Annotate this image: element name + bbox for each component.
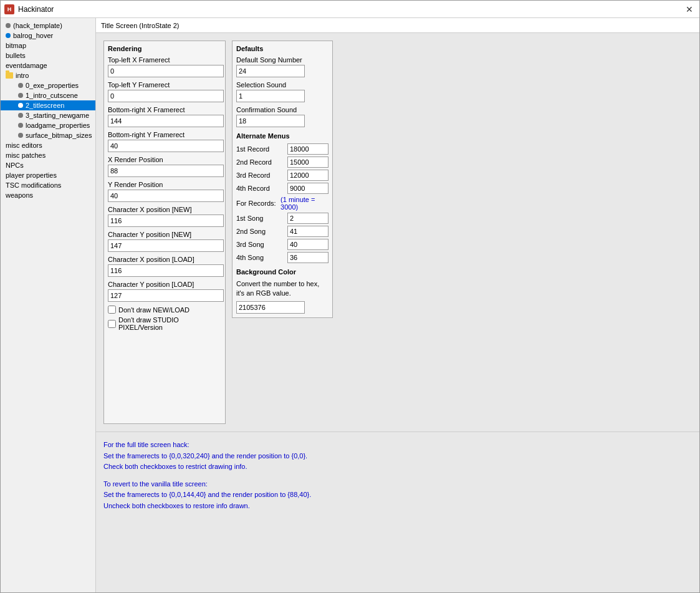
rendering-checkbox-label-0: Don't draw NEW/LOAD (118, 306, 189, 314)
lower-p1-l3: Check both checkboxes to restrict drawin… (103, 463, 247, 470)
content-header-title: Title Screen (IntroState 2) (101, 22, 180, 29)
defaults-label-0: Default Song Number (236, 56, 328, 64)
lower-p2-l2: Set the framerects to {0,0,144,40} and t… (103, 491, 311, 498)
rendering-field-input-8[interactable] (108, 264, 224, 277)
bg-color-title: Background Color (236, 268, 328, 276)
sidebar-item-balrog_hover[interactable]: balrog_hover (1, 31, 95, 41)
alt-menus-panel: Alternate Menus 1st Record2nd Record3rd … (236, 132, 328, 263)
alt-row-0: 1st Record (236, 143, 328, 155)
sidebar-item-bullets[interactable]: bullets (1, 51, 95, 60)
sidebar-item-intro[interactable]: intro (1, 70, 95, 80)
rendering-field-input-1[interactable] (108, 90, 224, 102)
alt-input-5[interactable] (287, 213, 328, 224)
dot-icon-2_titlescreen (18, 103, 23, 108)
content-header: Title Screen (IntroState 2) (96, 18, 699, 33)
alt-input-0[interactable] (287, 143, 328, 155)
alt-input-7[interactable] (287, 239, 328, 250)
alt-input-3[interactable] (287, 183, 328, 194)
sidebar-label-0_exe_properties: 0_exe_properties (26, 82, 79, 89)
alt-row-7: 3rd Song (236, 239, 328, 250)
alt-row-3: 4th Record (236, 183, 328, 194)
sidebar-label-weapons: weapons (6, 191, 33, 199)
bg-color-panel: Background Color Convert the number to h… (236, 268, 328, 314)
sidebar-item-npcs[interactable]: NPCs (1, 160, 95, 170)
sidebar-item-0_exe_properties[interactable]: 0_exe_properties (1, 80, 95, 90)
dot-icon-1_intro_cutscene (18, 93, 23, 98)
defaults-label-1: Selection Sound (236, 81, 328, 89)
alt-label-7: 3rd Song (236, 241, 286, 248)
alt-input-8[interactable] (287, 252, 328, 263)
content-area: Title Screen (IntroState 2) Rendering To… (96, 18, 699, 592)
rendering-field-label-8: Character X position [LOAD] (108, 256, 221, 263)
rendering-field-label-7: Character Y position [NEW] (108, 231, 221, 238)
defaults-fields: Default Song NumberSelection SoundConfir… (236, 56, 328, 127)
sidebar-item-eventdamage[interactable]: eventdamage (1, 60, 95, 70)
sidebar-item-1_intro_cutscene[interactable]: 1_intro_cutscene (1, 90, 95, 100)
rendering-checkbox-0[interactable] (108, 306, 116, 314)
alt-label-8: 4th Song (236, 254, 286, 261)
sidebar-item-3_starting_newgame[interactable]: 3_starting_newgame (1, 110, 95, 120)
sidebar-item-misc_patches[interactable]: misc patches (1, 150, 95, 160)
sidebar-item-bitmap[interactable]: bitmap (1, 41, 95, 51)
sidebar-item-tsc_modifications[interactable]: TSC modifications (1, 180, 95, 190)
sidebar-item-surface_bitmap_sizes[interactable]: surface_bitmap_sizes (1, 130, 95, 140)
sidebar-item-hack_template[interactable]: (hack_template) (1, 21, 95, 31)
rendering-field-input-7[interactable] (108, 239, 224, 252)
sidebar-item-weapons[interactable]: weapons (1, 190, 95, 200)
rendering-checkbox-1[interactable] (108, 320, 116, 328)
sidebar-label-tsc_modifications: TSC modifications (6, 181, 61, 189)
defaults-label-2: Confirmation Sound (236, 106, 328, 113)
rendering-field-label-0: Top-left X Framerect (108, 56, 221, 64)
rendering-checkboxes: Don't draw NEW/LOADDon't draw STUDIO PIX… (108, 306, 221, 331)
bg-color-note: Convert the number to hex, it's an RGB v… (236, 279, 328, 299)
main-container: (hack_template)balrog_hoverbitmapbullets… (1, 18, 699, 592)
sidebar-item-2_titlescreen[interactable]: 2_titlescreen (1, 100, 95, 110)
sidebar-label-bullets: bullets (6, 52, 26, 59)
lower-paragraph2: To revert to the vanilla title screen: S… (103, 479, 692, 512)
dot-icon-balrog_hover (6, 33, 11, 38)
defaults-input-2[interactable] (236, 115, 305, 127)
content-lower: For the full title screen hack: Set the … (96, 432, 699, 592)
dot-icon-hack_template (6, 23, 11, 28)
rendering-field-input-2[interactable] (108, 115, 224, 127)
sidebar-item-player_properties[interactable]: player properties (1, 170, 95, 180)
alt-label-4: For Records: (236, 200, 280, 207)
sidebar-label-1_intro_cutscene: 1_intro_cutscene (26, 92, 78, 99)
content-upper: Rendering Top-left X FramerectTop-left Y… (96, 33, 699, 432)
sidebar-label-hack_template: (hack_template) (13, 22, 62, 29)
bg-color-input[interactable] (236, 301, 305, 314)
sidebar-label-loadgame_properties: loadgame_properties (26, 122, 90, 129)
rendering-field-input-0[interactable] (108, 65, 224, 77)
rendering-field-label-5: Y Render Position (108, 181, 221, 188)
dot-icon-3_starting_newgame (18, 113, 23, 118)
sidebar-label-intro: intro (16, 72, 29, 79)
sidebar-label-bitmap: bitmap (6, 42, 26, 49)
alt-input-1[interactable] (287, 157, 328, 168)
defaults-input-0[interactable] (236, 65, 305, 77)
rendering-field-input-9[interactable] (108, 289, 224, 302)
sidebar-label-surface_bitmap_sizes: surface_bitmap_sizes (26, 132, 92, 139)
rendering-field-label-1: Top-left Y Framerect (108, 81, 221, 89)
close-button[interactable]: ✕ (683, 3, 696, 16)
titlebar-left: H Hackinator (4, 4, 54, 14)
alt-row-6: 2nd Song (236, 226, 328, 237)
sidebar-item-misc_editors[interactable]: misc editors (1, 140, 95, 150)
dot-icon-surface_bitmap_sizes (18, 133, 23, 138)
alt-input-6[interactable] (287, 226, 328, 237)
rendering-field-input-5[interactable] (108, 190, 224, 202)
right-panels: Defaults Default Song NumberSelection So… (232, 41, 333, 424)
sidebar-label-npcs: NPCs (6, 162, 24, 169)
rendering-title: Rendering (108, 45, 221, 52)
sidebar-label-player_properties: player properties (6, 171, 57, 179)
alt-label-0: 1st Record (236, 145, 286, 153)
rendering-field-input-3[interactable] (108, 140, 224, 152)
alt-label-5: 1st Song (236, 215, 286, 222)
rendering-field-input-6[interactable] (108, 215, 224, 227)
rendering-field-input-4[interactable] (108, 165, 224, 177)
sidebar-item-loadgame_properties[interactable]: loadgame_properties (1, 120, 95, 130)
main-window: H Hackinator ✕ (hack_template)balrog_hov… (0, 0, 700, 593)
alt-input-2[interactable] (287, 170, 328, 181)
rendering-panel: Rendering Top-left X FramerectTop-left Y… (103, 41, 226, 424)
alt-menus-title: Alternate Menus (236, 132, 328, 140)
defaults-input-1[interactable] (236, 90, 305, 102)
